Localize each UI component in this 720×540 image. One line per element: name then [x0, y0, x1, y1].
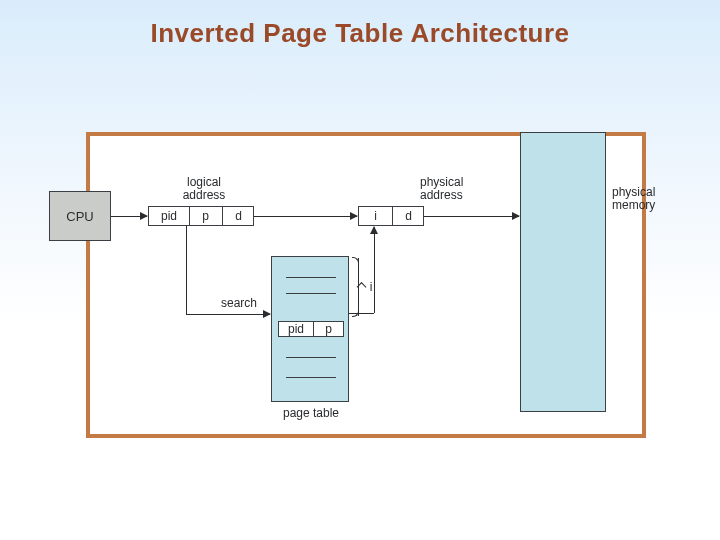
pa-cell-i: i	[359, 209, 392, 223]
search-label: search	[214, 296, 264, 310]
arrow-pt-to-i-horiz	[349, 313, 374, 314]
page-table-box: pid p	[271, 256, 349, 402]
search-line-down	[186, 226, 187, 314]
page-table-caption: page table	[272, 406, 350, 420]
cpu-label: CPU	[50, 209, 110, 224]
pt-cell-p: p	[314, 321, 344, 337]
index-label: i	[365, 280, 377, 294]
diagram-frame: CPU logical address pid p d physical add…	[86, 132, 646, 438]
pt-row-2	[286, 293, 336, 294]
slide-title: Inverted Page Table Architecture	[0, 18, 720, 49]
la-cell-d: d	[222, 209, 255, 223]
pt-cell-p-label: p	[314, 322, 343, 336]
physical-address-caption: physical address	[420, 176, 490, 202]
pt-cell-pid: pid	[278, 321, 314, 337]
arrow-la-to-pa	[254, 216, 357, 217]
pt-cell-pid-label: pid	[279, 322, 313, 336]
search-line-right	[186, 314, 270, 315]
pt-row-3	[286, 357, 336, 358]
pa-cell-d: d	[392, 209, 425, 223]
la-cell-p: p	[189, 209, 222, 223]
logical-address-caption: logical address	[164, 176, 244, 202]
physical-memory-box	[520, 132, 606, 412]
pt-row-1	[286, 277, 336, 278]
arrow-pa-to-memory	[424, 216, 519, 217]
physical-memory-caption: physical memory	[612, 186, 672, 212]
cpu-box: CPU	[49, 191, 111, 241]
logical-address-box: pid p d	[148, 206, 254, 226]
pt-row-4	[286, 377, 336, 378]
physical-address-box: i d	[358, 206, 424, 226]
arrow-pt-to-i	[374, 227, 375, 313]
arrow-cpu-to-la	[111, 216, 147, 217]
la-cell-pid: pid	[149, 209, 189, 223]
index-brace	[352, 258, 359, 316]
